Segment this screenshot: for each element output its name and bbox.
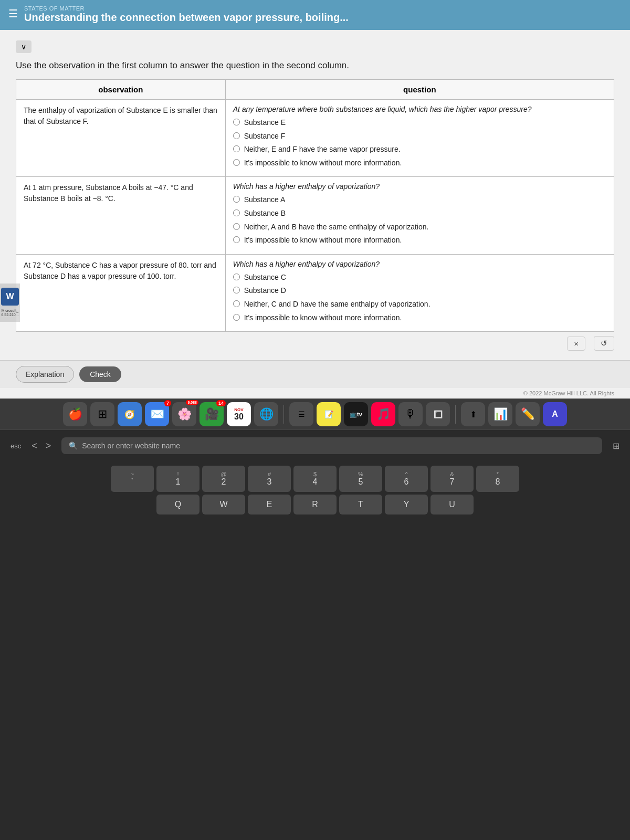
dock-launchpad[interactable]: ⊞ [90,402,114,426]
radio-label-2-1: Substance D [244,286,286,296]
dock-podcasts[interactable]: 🎙 [398,402,423,426]
radio-input-2-1[interactable] [233,287,240,293]
radio-label-0-0: Substance E [244,118,286,128]
radio-label-1-1: Substance B [244,208,286,219]
explanation-button[interactable]: Explanation [16,366,74,383]
radio-input-1-3[interactable] [233,236,240,243]
col-header-question: question [225,80,614,100]
dock-photos[interactable]: 🌸 9,088 [172,402,196,426]
radio-input-2-0[interactable] [233,274,240,280]
dock-lists[interactable]: ☰ [289,402,313,426]
check-button[interactable]: Check [79,366,121,382]
new-tab-icon[interactable]: ⊞ [613,441,620,451]
top-bar-text: STATES OF MATTER Understanding the conne… [24,5,349,24]
dock-icon5[interactable]: A [543,402,567,426]
radio-input-2-3[interactable] [233,314,240,321]
key-t[interactable]: T [339,495,382,514]
dock-finder[interactable]: 🍎 [63,402,87,426]
radio-option-0-2[interactable]: Neither, E and F have the same vapor pre… [233,144,606,155]
radio-label-0-1: Substance F [244,131,286,142]
key-r[interactable]: R [293,495,337,514]
main-content: ∨ Use the observation in the first colum… [0,30,630,360]
dock-notes[interactable]: 📝 [317,402,341,426]
esc-key-label[interactable]: esc [10,442,21,450]
dock-appletv[interactable]: 📺tv [344,402,368,426]
radio-label-1-3: It's impossible to know without more inf… [244,235,402,246]
key-e[interactable]: E [248,495,291,514]
app-title: Understanding the connection between vap… [24,12,349,24]
key-w[interactable]: W [202,495,245,514]
obs-text-1: At 1 atm pressure, Substance A boils at … [24,183,193,203]
radio-input-0-2[interactable] [233,145,240,152]
radio-option-2-1[interactable]: Substance D [233,286,606,296]
nav-buttons: < > [32,440,51,452]
mail-badge: 7 [164,400,171,406]
dock-icon2[interactable]: ⬆ [461,402,485,426]
obs-cell-0: The enthalpy of vaporization of Substanc… [16,100,226,177]
question-title-1: Which has a higher enthalpy of vaporizat… [233,182,606,191]
hamburger-icon[interactable]: ☰ [8,7,18,20]
radio-label-2-0: Substance C [244,272,286,283]
radio-option-0-1[interactable]: Substance F [233,131,606,142]
radio-input-2-2[interactable] [233,300,240,307]
obs-text-2: At 72 °C, Substance C has a vapor pressu… [24,261,216,280]
key-1[interactable]: !1 [156,466,200,492]
dock-calendar[interactable]: NOV 30 [227,402,251,426]
radio-label-1-2: Neither, A and B have the same enthalpy … [244,222,429,233]
dock-icon3[interactable]: 📊 [488,402,512,426]
key-7[interactable]: &7 [430,466,474,492]
key-5[interactable]: %5 [339,466,382,492]
dock-music[interactable]: 🎵 [371,402,395,426]
key-8[interactable]: *8 [476,466,519,492]
copyright-text: © 2022 McGraw Hill LLC. All Rights [0,388,630,398]
key-4[interactable]: $4 [293,466,337,492]
radio-option-1-1[interactable]: Substance B [233,208,606,219]
radio-option-1-2[interactable]: Neither, A and B have the same enthalpy … [233,222,606,233]
word-icon[interactable]: W [1,288,19,306]
calendar-month: NOV [234,407,243,412]
dock-icon4[interactable]: ✏️ [516,402,540,426]
nav-back-button[interactable]: < [32,440,37,452]
facetime-badge: 14 [216,400,226,406]
undo-button[interactable]: ↺ [594,336,614,351]
address-search-placeholder: Search or enter website name [82,442,180,450]
bottom-toolbar: Explanation Check [0,360,630,388]
keyboard-row-numbers: ~` !1 @2 #3 $4 %5 ^6 &7 *8 [5,466,625,492]
radio-label-2-2: Neither, C and D have the same enthalpy … [244,299,430,310]
keyboard-row-qwerty: Q W E R T Y U [5,495,625,514]
dock-facetime[interactable]: 🎥 14 [200,402,224,426]
key-u[interactable]: U [430,495,474,514]
key-y[interactable]: Y [385,495,428,514]
dock-area: 🍎 ⊞ 🧭 ✉️ 7 🌸 9,088 🎥 14 NOV 30 🌐 ☰ 📝 📺tv… [0,398,630,429]
key-q[interactable]: Q [156,495,200,514]
radio-option-2-0[interactable]: Substance C [233,272,606,283]
radio-label-2-3: It's impossible to know without more inf… [244,313,402,323]
radio-option-1-3[interactable]: It's impossible to know without more inf… [233,235,606,246]
radio-option-2-2[interactable]: Neither, C and D have the same enthalpy … [233,299,606,310]
key-6[interactable]: ^6 [385,466,428,492]
key-tilde[interactable]: ~` [111,466,154,492]
nav-forward-button[interactable]: > [46,440,51,452]
dock-mail[interactable]: ✉️ 7 [145,402,169,426]
radio-input-1-0[interactable] [233,196,240,203]
key-3[interactable]: #3 [248,466,291,492]
radio-input-1-2[interactable] [233,223,240,230]
radio-option-0-0[interactable]: Substance E [233,118,606,128]
radio-input-0-0[interactable] [233,119,240,125]
radio-option-0-3[interactable]: It's impossible to know without more inf… [233,158,606,169]
dock-icon1[interactable]: 🔳 [426,402,450,426]
radio-input-0-1[interactable] [233,132,240,139]
key-2[interactable]: @2 [202,466,245,492]
radio-input-1-1[interactable] [233,209,240,216]
radio-option-1-0[interactable]: Substance A [233,195,606,205]
clear-button[interactable]: × [567,337,585,351]
address-search-box[interactable]: 🔍 Search or enter website name [61,437,602,454]
radio-input-0-3[interactable] [233,159,240,166]
radio-option-2-3[interactable]: It's impossible to know without more inf… [233,313,606,323]
dock-browser[interactable]: 🌐 [254,402,278,426]
dock-separator-2 [455,405,456,424]
radio-label-0-2: Neither, E and F have the same vapor pre… [244,144,401,155]
dock-safari[interactable]: 🧭 [118,402,142,426]
calendar-day: 30 [234,412,244,422]
collapse-button[interactable]: ∨ [16,40,32,53]
